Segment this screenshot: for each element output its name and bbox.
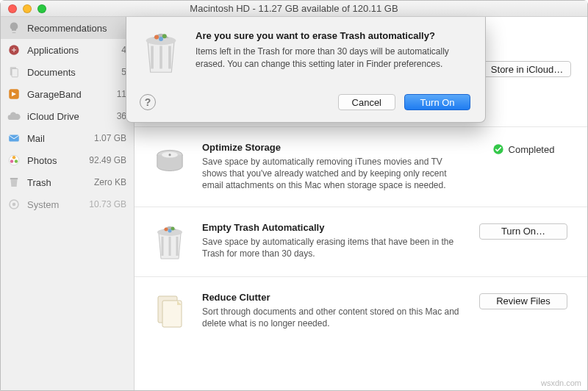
svg-point-25 [159,37,163,41]
hard-drive-icon [151,142,189,192]
section-body: Save space by automatically removing iTu… [202,156,462,192]
svg-point-18 [171,226,175,230]
trash-full-icon [140,30,182,78]
sidebar-item-documents[interactable]: Documents 5 [1,61,134,83]
svg-rect-2 [12,69,18,77]
reduce-clutter-section: Reduce Clutter Sort through documents an… [135,277,587,345]
sidebar-item-size: 11 [117,89,126,99]
sidebar-item-applications[interactable]: Applications 4 [1,39,134,61]
sidebar-item-label: iCloud Drive [27,111,111,122]
sidebar-item-garageband[interactable]: GarageBand 11 [1,83,134,105]
sidebar-item-label: Photos [27,155,83,166]
svg-point-11 [12,203,16,207]
help-button[interactable]: ? [140,94,156,110]
sidebar-item-label: System [27,199,83,210]
section-title: Reduce Clutter [202,292,462,303]
svg-point-19 [168,229,172,232]
sidebar-item-label: Mail [27,133,88,144]
dialog-title: Are you sure you want to erase Trash aut… [196,30,470,41]
sidebar-item-size: 10.73 GB [89,199,126,209]
section-body: Save space by automatically erasing item… [202,236,462,259]
svg-point-24 [162,34,167,38]
sidebar-item-size: Zero KB [94,177,126,187]
dialog-message: Items left in the Trash for more than 30… [196,46,470,71]
storage-management-window: Macintosh HD - 11.27 GB available of 120… [0,0,588,391]
minimize-window-button[interactable] [23,4,32,13]
svg-rect-9 [10,178,18,179]
sidebar-item-trash[interactable]: Trash Zero KB [1,171,134,193]
window-title: Macintosh HD - 11.27 GB available of 120… [1,3,587,14]
confirm-erase-trash-dialog: Are you sure you want to erase Trash aut… [126,17,486,123]
section-body: Sort through documents and other content… [202,306,462,329]
completed-status: Completed [492,143,555,155]
svg-point-23 [154,35,159,40]
documents-icon [7,65,21,79]
cancel-button[interactable]: Cancel [338,94,395,110]
gear-icon [7,197,21,212]
section-title: Optimize Storage [202,142,462,153]
checkmark-icon [492,143,504,155]
svg-point-17 [165,227,168,231]
sidebar-item-system: System 10.73 GB [1,193,134,215]
optimize-storage-section: Optimize Storage Save space by automatic… [135,127,587,207]
section-title: Empty Trash Automatically [202,222,462,233]
sidebar-item-photos[interactable]: Photos 92.49 GB [1,149,134,171]
sidebar-item-size: 1.07 GB [94,133,126,143]
watermark: wsxdn.com [541,379,581,387]
sidebar-item-icloud-drive[interactable]: iCloud Drive 36 [1,105,134,127]
photos-icon [7,153,21,168]
sidebar-item-size: 92.49 GB [89,155,126,165]
empty-trash-section: Empty Trash Automatically Save space by … [135,207,587,277]
sidebar-item-recommendations[interactable]: Recommendations [1,17,134,39]
turn-on-trash-button[interactable]: Turn On… [479,223,567,240]
svg-rect-4 [9,135,19,142]
svg-point-7 [15,159,18,163]
sidebar-item-label: Trash [27,177,88,188]
sidebar-item-size: 36 [117,111,126,121]
sidebar-item-mail[interactable]: Mail 1.07 GB [1,127,134,149]
close-window-button[interactable] [8,4,17,13]
sidebar: Recommendations Applications 4 Documents… [1,17,135,390]
svg-point-6 [12,156,16,159]
mail-icon [7,131,21,146]
sidebar-item-label: Applications [27,45,115,56]
cloud-icon [7,109,21,123]
sidebar-item-label: GarageBand [27,89,111,100]
svg-point-8 [10,159,14,163]
garageband-icon [7,87,21,101]
zoom-window-button[interactable] [37,4,46,13]
store-in-icloud-button[interactable]: Store in iCloud… [483,61,571,77]
trash-icon [7,175,21,190]
applications-icon [7,43,21,57]
trash-full-icon [151,222,189,262]
turn-on-button[interactable]: Turn On [404,94,470,110]
review-files-button[interactable]: Review Files [479,293,567,309]
titlebar: Macintosh HD - 11.27 GB available of 120… [1,1,587,17]
documents-stack-icon [151,292,189,330]
sidebar-item-label: Recommendations [27,23,126,34]
sidebar-item-label: Documents [27,67,115,78]
status-label: Completed [509,144,555,155]
svg-point-14 [168,154,171,156]
traffic-lights [1,4,46,13]
lightbulb-icon [7,21,21,35]
